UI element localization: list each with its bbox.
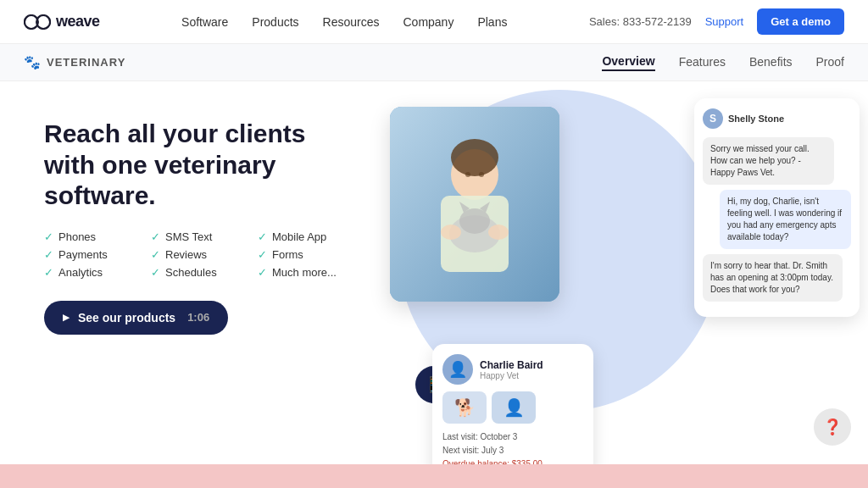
nav-plans[interactable]: Plans [477,15,507,29]
svg-point-12 [451,139,498,176]
check-icon: ✓ [44,248,53,261]
feature-label: Reviews [165,248,207,261]
play-icon: ▶ [63,313,70,322]
nav-software[interactable]: Software [181,15,228,29]
profile-avatar: 👤 [442,354,473,385]
cta-timer: 1:06 [187,311,209,324]
check-icon: ✓ [151,230,160,243]
profile-thumb-2: 👤 [492,391,536,424]
vet-photo-card [390,107,559,302]
check-icon: ✓ [258,248,267,261]
check-icon: ✓ [258,230,267,243]
svg-point-11 [488,225,509,240]
feature-schedules: ✓ Schedules [151,266,258,279]
next-visit: Next visit: July 3 [442,444,583,458]
nav-right-area: Sales: 833-572-2139 Support Get a demo [589,8,844,35]
profile-thumb-1: 🐕 [442,391,487,424]
feature-label: Payments [58,248,108,261]
see-products-button[interactable]: ▶ See our products 1:06 [44,301,228,335]
profile-card: 👤 Charlie Baird Happy Vet 🐕 👤 Last visit… [432,344,593,481]
profile-header: 👤 Charlie Baird Happy Vet [442,354,583,385]
nav-products[interactable]: Products [252,15,298,29]
last-visit: Last visit: October 3 [442,430,583,444]
check-icon: ✓ [258,266,267,279]
tab-proof[interactable]: Proof [816,55,844,70]
question-float-icon: ❓ [814,408,851,446]
vet-illustration [390,107,559,302]
feature-label: Forms [272,248,303,261]
chat-msg-2: Hi, my dog, Charlie, isn't feeling well.… [720,190,851,249]
sales-phone: Sales: 833-572-2139 [589,15,692,28]
hero-right: 👥 [364,81,868,488]
section-nav-links: Overview Features Benefits Proof [602,54,844,71]
feature-label: Analytics [58,266,103,279]
logo[interactable]: weave [24,13,100,30]
feature-more: ✓ Much more... [258,266,364,279]
feature-sms: ✓ SMS Text [151,230,258,243]
logo-text: weave [56,13,100,30]
weave-logo-icon [24,14,51,30]
feature-label: Phones [58,230,96,243]
feature-analytics: ✓ Analytics [44,266,151,279]
chat-msg-3: I'm sorry to hear that. Dr. Smith has an… [703,254,843,302]
feature-mobile: ✓ Mobile App [258,230,364,243]
svg-point-14 [479,172,484,177]
chat-contact-name: Shelly Stone [728,114,784,124]
question-emoji: ❓ [823,418,842,436]
feature-forms: ✓ Forms [258,248,364,261]
cta-label: See our products [78,311,175,324]
nav-company[interactable]: Company [403,15,453,29]
nav-resources[interactable]: Resources [323,15,380,29]
profile-thumbnails: 🐕 👤 [442,391,583,424]
feature-reviews: ✓ Reviews [151,248,258,261]
vet-icon: 🐾 [24,54,42,70]
check-icon: ✓ [151,248,160,261]
feature-label: Schedules [165,266,217,279]
feature-label: SMS Text [165,230,212,243]
profile-sub: Happy Vet [480,371,543,380]
hero-title: Reach all your clients with one veterina… [44,119,332,212]
main-nav-links: Software Products Resources Company Plan… [181,15,507,29]
check-icon: ✓ [44,266,53,279]
top-navigation: weave Software Products Resources Compan… [0,0,868,44]
svg-point-13 [465,172,470,177]
chat-header: S Shelly Stone [703,108,851,129]
svg-point-10 [441,225,461,240]
feature-phones: ✓ Phones [44,230,151,243]
profile-info-text: Charlie Baird Happy Vet [480,359,543,380]
feature-payments: ✓ Payments [44,248,151,261]
tab-benefits[interactable]: Benefits [749,55,793,70]
chat-card: S Shelly Stone Sorry we missed your call… [694,98,860,317]
tab-overview[interactable]: Overview [602,54,654,71]
get-demo-button[interactable]: Get a demo [757,8,844,35]
tab-features[interactable]: Features [679,55,726,70]
feature-label: Much more... [272,266,337,279]
category-label: 🐾 VETERINARY [24,54,125,70]
chat-msg-1: Sorry we missed your call. How can we he… [703,137,834,185]
category-text: VETERINARY [47,56,125,69]
check-icon: ✓ [44,230,53,243]
features-list: ✓ Phones ✓ SMS Text ✓ Mobile App ✓ Payme… [44,230,364,279]
chat-avatar: S [703,108,723,129]
vet-photo-inner [390,107,559,302]
secondary-navigation: 🐾 VETERINARY Overview Features Benefits … [0,44,868,81]
support-link[interactable]: Support [705,15,744,28]
feature-label: Mobile App [272,230,326,243]
profile-name: Charlie Baird [480,359,543,371]
hero-left: Reach all your clients with one veterina… [0,81,364,488]
main-content: Reach all your clients with one veterina… [0,81,868,488]
check-icon: ✓ [151,266,160,279]
